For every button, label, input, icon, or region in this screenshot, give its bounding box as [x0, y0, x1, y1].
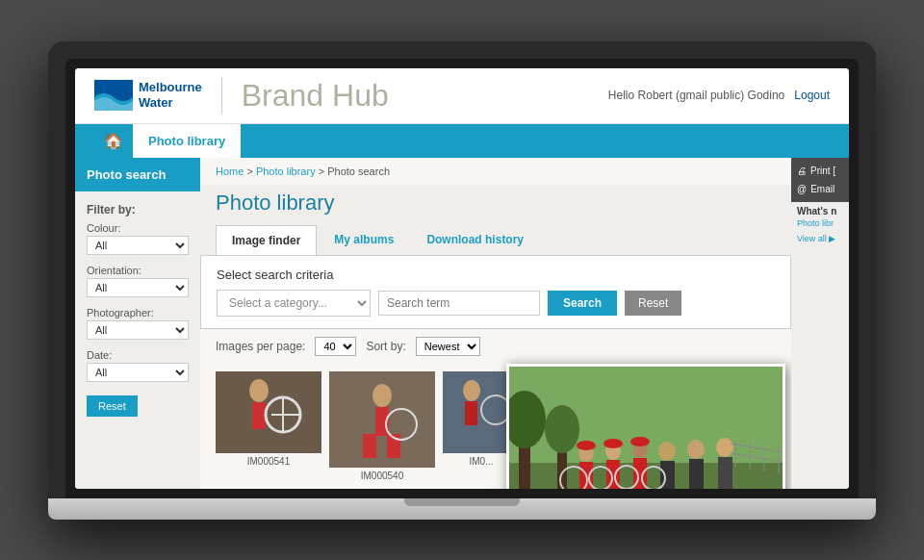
search-button[interactable]: Search	[548, 291, 617, 316]
big-photo-container: Melbourne Water Melbourne Water	[527, 371, 776, 481]
sort-by-label: Sort by:	[366, 340, 405, 353]
svg-point-32	[658, 442, 676, 461]
photo-thumb-2[interactable]: IM000540	[329, 371, 435, 481]
filter-colour: Colour: All	[87, 222, 189, 255]
search-reset-button[interactable]: Reset	[625, 291, 681, 316]
svg-rect-10	[363, 434, 376, 458]
whats-new-content[interactable]: Photo libr	[797, 218, 843, 228]
svg-rect-46	[632, 438, 648, 445]
laptop-frame: Melbourne Water Brand Hub Hello Robert (…	[48, 41, 876, 520]
results-bar: Images per page: 40 Sort by: Newest	[200, 329, 791, 364]
photo-caption-3: IM0...	[469, 456, 493, 467]
svg-point-38	[716, 438, 733, 457]
svg-point-8	[372, 384, 392, 407]
email-item[interactable]: @ Email	[797, 180, 843, 198]
site-header: Melbourne Water Brand Hub Hello Robert (…	[75, 68, 849, 124]
whats-new-title: What's n	[797, 206, 843, 216]
user-greeting: Hello Robert (gmail public) Godino	[608, 89, 784, 102]
right-sidebar: 🖨 Print [ @ Email What's n Photo libr Vi…	[791, 158, 849, 489]
filter-date: Date: All	[87, 349, 189, 382]
filter-photographer: Photographer: All	[87, 307, 189, 340]
filter-date-select[interactable]: All	[87, 363, 189, 382]
breadcrumb-current: Photo search	[327, 165, 390, 177]
logo-icon	[94, 80, 133, 111]
search-input[interactable]	[378, 291, 540, 316]
breadcrumb: Home > Photo library > Photo search	[200, 158, 791, 185]
filter-photographer-select[interactable]: All	[87, 320, 189, 340]
svg-point-35	[687, 440, 705, 459]
photo-grid: IM000541	[200, 364, 791, 489]
logo-text: Melbourne Water	[139, 80, 202, 110]
filter-photographer-label: Photographer:	[87, 307, 189, 318]
tabs: Image finder My albums Download history	[200, 225, 791, 255]
big-photo-overlay[interactable]: Melbourne Water Melbourne Water	[506, 364, 785, 489]
filter-date-label: Date:	[87, 349, 189, 361]
screen: Melbourne Water Brand Hub Hello Robert (…	[75, 68, 849, 489]
screen-bezel: Melbourne Water Brand Hub Hello Robert (…	[65, 59, 859, 498]
photo-svg-1	[216, 371, 321, 453]
svg-rect-36	[689, 459, 704, 489]
photo-image-1[interactable]	[216, 371, 321, 453]
content-area: Home > Photo library > Photo search Phot…	[200, 158, 791, 489]
tab-image-finder[interactable]: Image finder	[216, 225, 317, 255]
svg-point-2	[249, 379, 269, 402]
category-select[interactable]: Select a category...	[217, 290, 371, 317]
tab-download-history[interactable]: Download history	[411, 225, 539, 255]
melbourne-water-logo: Melbourne Water	[94, 80, 202, 111]
filter-orientation-label: Orientation:	[87, 265, 189, 276]
photo-image-2[interactable]	[329, 371, 435, 468]
svg-point-22	[545, 405, 579, 453]
sidebar-reset-button[interactable]: Reset	[87, 395, 138, 417]
svg-rect-39	[718, 457, 732, 489]
sort-by-select[interactable]: Newest	[416, 337, 480, 356]
logout-link[interactable]: Logout	[794, 89, 830, 102]
print-icon: 🖨	[797, 165, 807, 176]
search-panel: Select search criteria Select a category…	[200, 255, 791, 329]
email-label: Email	[810, 184, 834, 194]
breadcrumb-home[interactable]: Home	[216, 165, 244, 177]
page-title: Photo library	[200, 185, 791, 225]
view-all-link[interactable]: View all ▶	[791, 232, 849, 245]
search-row: Select a category... Search Reset	[217, 290, 775, 317]
laptop-base	[48, 498, 876, 520]
nav-bar: 🏠 Photo library	[75, 124, 849, 158]
main-wrapper: Photo search Filter by: Colour: All Orie…	[75, 158, 849, 489]
filter-title: Filter by:	[87, 203, 189, 216]
photo-thumb-1[interactable]: IM000541	[216, 371, 321, 481]
images-per-page-select[interactable]: 40	[315, 337, 356, 356]
sidebar-photo-search[interactable]: Photo search	[75, 158, 200, 191]
svg-rect-3	[252, 402, 266, 429]
svg-rect-18	[509, 463, 785, 489]
search-criteria-label: Select search criteria	[217, 267, 775, 282]
breadcrumb-photo-library[interactable]: Photo library	[256, 165, 316, 177]
images-per-page-label: Images per page:	[216, 340, 305, 353]
photo-caption-1: IM000541	[247, 456, 290, 467]
photo-svg-2	[329, 371, 435, 468]
email-icon: @	[797, 184, 807, 194]
left-sidebar: Photo search Filter by: Colour: All Orie…	[75, 158, 200, 489]
tab-my-albums[interactable]: My albums	[319, 225, 409, 255]
print-item[interactable]: 🖨 Print [	[797, 162, 843, 180]
svg-rect-42	[578, 442, 594, 449]
nav-photo-library[interactable]: Photo library	[133, 124, 241, 158]
svg-point-14	[463, 380, 480, 401]
svg-rect-15	[465, 401, 477, 425]
photo-caption-2: IM000540	[361, 471, 403, 481]
whats-new-panel: What's n Photo libr	[791, 202, 849, 232]
svg-rect-44	[605, 440, 621, 447]
filter-orientation-select[interactable]: All	[87, 278, 189, 297]
filter-section: Filter by: Colour: All Orientation: All	[75, 191, 200, 428]
filter-colour-select[interactable]: All	[87, 236, 189, 255]
svg-rect-1	[216, 371, 321, 453]
brand-hub-title: Brand Hub	[221, 78, 389, 114]
logo-area: Melbourne Water Brand Hub	[94, 78, 389, 114]
home-icon[interactable]: 🏠	[94, 124, 133, 158]
print-label: Print [	[810, 165, 835, 176]
big-photo-svg: Melbourne Water Melbourne Water	[509, 367, 785, 489]
header-user: Hello Robert (gmail public) Godino Logou…	[608, 89, 830, 102]
right-panel: 🖨 Print [ @ Email	[791, 158, 849, 202]
filter-colour-label: Colour:	[87, 222, 189, 234]
filter-orientation: Orientation: All	[87, 265, 189, 297]
